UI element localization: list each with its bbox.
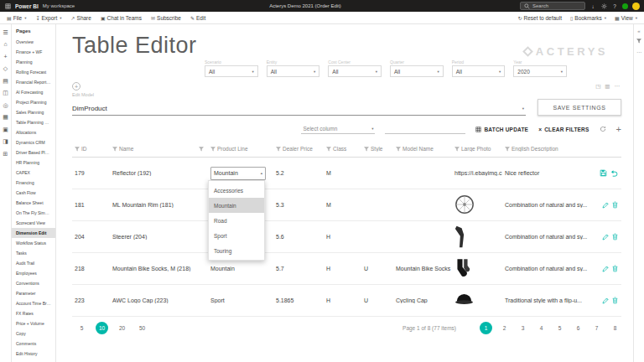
menu-subscribe[interactable]: ✉Subscribe <box>151 15 181 21</box>
cell-description[interactable]: Traditional style with a flip-u... <box>502 297 589 303</box>
focus-mode-icon[interactable]: ◳ <box>595 83 600 90</box>
filter-funnel-icon[interactable] <box>364 147 369 152</box>
filter-funnel-icon[interactable] <box>112 147 117 152</box>
delete-row-button[interactable] <box>612 233 618 240</box>
sidebar-item-expense-items[interactable]: Expense Items <box>12 359 55 362</box>
home-icon[interactable]: ⌂ <box>2 41 10 48</box>
page-3[interactable]: 3 <box>517 322 529 334</box>
clear-filters-button[interactable]: × CLEAR FILTERS <box>538 127 589 132</box>
column-header-style[interactable]: Style <box>361 146 393 152</box>
dropdown-option-sport[interactable]: Sport <box>209 228 264 243</box>
sidebar-item-capex[interactable]: CAPEX <box>12 168 55 178</box>
menu-edit[interactable]: ✎Edit <box>190 15 205 21</box>
undo-row-button[interactable] <box>610 169 618 177</box>
cell-class[interactable]: H <box>324 234 361 240</box>
sidebar-item-fx-rates[interactable]: FX Rates <box>12 308 55 318</box>
metrics-icon[interactable]: ◎ <box>2 101 10 108</box>
sidebar-item-ai-forecasting[interactable]: AI Forecasting <box>12 87 55 97</box>
sidebar-item-project-planning[interactable]: Project Planning <box>12 97 55 107</box>
cell-class[interactable]: M <box>324 170 361 176</box>
product-line-select[interactable]: Mountain▴ <box>210 167 266 180</box>
my-workspace-icon[interactable]: ⊞ <box>2 150 10 157</box>
sidebar-item-cash-flow[interactable]: Cash Flow <box>12 188 55 198</box>
cell-description[interactable]: Nice reflector <box>502 170 589 176</box>
filter-funnel-icon[interactable] <box>326 147 331 152</box>
avatar[interactable] <box>632 3 640 10</box>
sidebar-item-account-time-breakdo[interactable]: Account Time Breakdo... <box>12 298 55 308</box>
menu-export[interactable]: ↧Export▾ <box>35 15 61 21</box>
sidebar-item-overview[interactable]: Overview <box>12 37 55 47</box>
collapse-pane-icon[interactable]: « <box>637 28 640 34</box>
column-header-large-photo[interactable]: Large Photo <box>452 146 502 152</box>
sidebar-item-dynamics-crm[interactable]: Dynamics CRM <box>12 137 55 147</box>
cell-dealer-price[interactable]: 5.3 <box>273 202 324 208</box>
save-row-button[interactable] <box>600 169 607 177</box>
sidebar-item-edit-history[interactable]: Edit History <box>12 349 55 359</box>
menu-reset-to-default[interactable]: ↻Reset to default <box>517 15 562 21</box>
column-header-product-line[interactable]: Product Line <box>208 146 273 152</box>
filter-funnel-icon[interactable] <box>505 147 510 152</box>
cell-dealer-price[interactable]: 5.6 <box>273 234 324 240</box>
workspace-name[interactable]: My workspace <box>43 3 75 8</box>
cell-name[interactable]: Mountain Bike Socks, M (218) <box>110 266 196 272</box>
sidebar-item-tasks[interactable]: Tasks <box>12 248 55 258</box>
cell-name[interactable]: Reflector (192) <box>110 170 196 176</box>
cell-model-name[interactable]: Mountain Bike Socks <box>393 266 452 272</box>
page-6[interactable]: 6 <box>572 322 584 334</box>
page-7[interactable]: 7 <box>590 322 603 334</box>
edit-row-button[interactable] <box>602 266 609 272</box>
page-size-10[interactable]: 10 <box>96 322 108 334</box>
column-header-english-description[interactable]: English Description <box>502 146 589 152</box>
cell-class[interactable]: H <box>324 266 361 272</box>
create-icon[interactable]: + <box>2 53 10 59</box>
column-header-name[interactable]: Name <box>110 146 196 152</box>
cell-class[interactable]: M <box>324 202 361 208</box>
column-header-class[interactable]: Class <box>324 146 361 152</box>
slicer-dropdown[interactable]: All▾ <box>267 65 320 77</box>
page-4[interactable]: 4 <box>535 322 548 334</box>
page-size-20[interactable]: 20 <box>116 322 128 334</box>
sidebar-item-driver-based-planning[interactable]: Driver Based Planning <box>12 147 55 158</box>
sidebar-item-comments[interactable]: Comments <box>12 339 55 349</box>
cell-product-line[interactable]: Mountain▴ <box>208 167 273 180</box>
cell-description[interactable]: Combination of natural and sy... <box>502 266 589 272</box>
sidebar-item-workflow-status[interactable]: Workflow Status <box>12 238 55 248</box>
sidebar-item-table-planning-goals[interactable]: Table Planning Goals <box>12 117 55 127</box>
goals-icon[interactable]: ◇ <box>2 65 10 72</box>
filter-funnel-icon[interactable] <box>276 147 281 152</box>
delete-row-button[interactable] <box>612 201 618 209</box>
sidebar-item-scorecard-view[interactable]: Scorecard View <box>12 218 55 228</box>
slicer-dropdown[interactable]: All▾ <box>390 65 444 77</box>
sidebar-item-conventions[interactable]: Conventions <box>12 278 55 288</box>
column-header-blank[interactable] <box>196 147 208 152</box>
slicer-dropdown[interactable]: All▾ <box>452 65 506 77</box>
sidebar-item-financial-reporting[interactable]: Financial Reporting <box>12 77 55 87</box>
refresh-icon[interactable] <box>600 126 606 132</box>
cell-style[interactable]: U <box>361 297 393 303</box>
cell-style[interactable]: U <box>361 266 393 272</box>
filter-funnel-icon[interactable] <box>199 147 204 152</box>
edit-row-button[interactable] <box>602 234 609 240</box>
batch-update-button[interactable]: BATCH UPDATE <box>475 127 528 132</box>
delete-row-button[interactable] <box>612 297 618 304</box>
sidebar-item-employees[interactable]: Employees <box>12 268 55 278</box>
dropdown-option-touring[interactable]: Touring <box>209 243 264 258</box>
dropdown-option-road[interactable]: Road <box>209 213 264 228</box>
sidebar-item-allocations[interactable]: Allocations <box>12 127 55 137</box>
cell-product-line[interactable]: Mountain <box>208 266 273 272</box>
sidebar-item-on-the-fly-simulation[interactable]: On The Fly Simulation <box>12 208 55 218</box>
sidebar-item-rolling-forecast[interactable]: Rolling Forecast <box>12 67 55 77</box>
page-5[interactable]: 5 <box>553 322 566 334</box>
page-2[interactable]: 2 <box>498 322 511 334</box>
menu-chat-in-teams[interactable]: ▣Chat in Teams <box>101 15 142 21</box>
select-column-dropdown[interactable]: Select column ▾ <box>301 124 375 134</box>
column-header-dealer-price[interactable]: Dealer Price <box>273 146 324 152</box>
download-icon[interactable]: ↓ <box>589 3 596 10</box>
workspaces-icon[interactable]: ◨ <box>2 138 10 145</box>
menu-share[interactable]: ↗Share <box>71 15 91 21</box>
cell-dealer-price[interactable]: 5.2 <box>273 170 324 176</box>
edit-row-button[interactable] <box>602 297 609 304</box>
sidebar-item-hr-planning[interactable]: HR Planning <box>12 158 55 168</box>
slicer-dropdown[interactable]: All▾ <box>328 65 382 77</box>
delete-row-button[interactable] <box>612 265 618 272</box>
